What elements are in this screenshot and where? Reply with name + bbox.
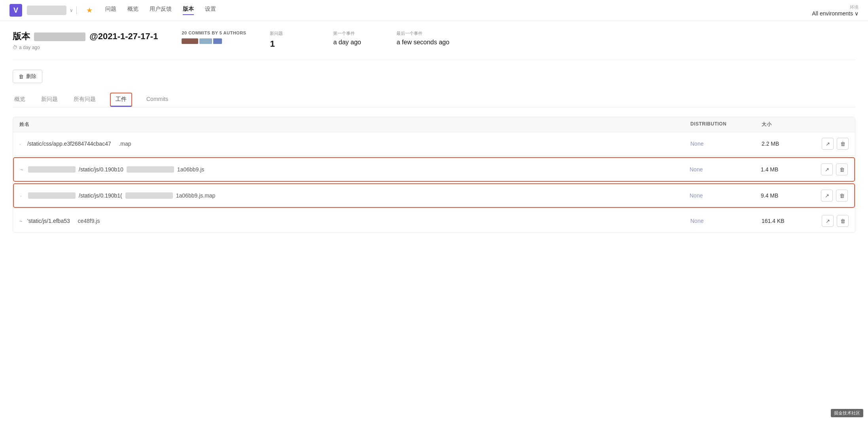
chevron-icon: ∨ [70, 8, 73, 13]
environment-selector[interactable]: 环境 All environments ∨ [812, 4, 859, 17]
first-event-value: a day ago [333, 39, 373, 46]
nav-issues[interactable]: 问题 [105, 6, 116, 15]
delete-row-button[interactable]: 🗑 [836, 190, 848, 201]
release-time: ⏱ a day ago [13, 45, 158, 50]
file-name-cell: · /static/css/app.e3f2684744cbac47 .map [19, 141, 690, 147]
new-issues-label: 新问题 [270, 30, 309, 36]
commits-block: 20 COMMITS BY 5 AUTHORS [182, 30, 246, 44]
env-label: 环境 [850, 4, 859, 10]
release-title: 版本 @2021-1-27-17-1 [13, 30, 158, 42]
tab-all-issues[interactable]: 所有问题 [72, 93, 97, 107]
file-name-cell: ~ 'static/js/1.efba53 ce48f9.js [19, 218, 690, 224]
actions-cell: ↗ 🗑 [816, 190, 848, 201]
file-name-blurred [28, 166, 76, 173]
file-name-part: /static/js/0.190b10 [79, 166, 123, 173]
last-event-value: a few seconds ago [396, 39, 449, 46]
size-cell: 2.2 MB [762, 141, 817, 147]
nav-releases[interactable]: 版本 [183, 6, 194, 15]
table-row: · /static/css/app.e3f2684744cbac47 .map … [13, 132, 855, 156]
col-name: 姓名 [19, 121, 690, 128]
delete-row-button[interactable]: 🗑 [836, 163, 848, 175]
delete-row-button[interactable]: 🗑 [837, 138, 849, 150]
file-name-blurred [28, 192, 76, 199]
nav-divider [76, 6, 77, 14]
file-name-blurred-2 [125, 192, 173, 199]
file-prefix: ~ [20, 167, 25, 173]
bar-seg-3 [213, 38, 222, 44]
size-cell: 1.4 MB [761, 166, 816, 173]
first-event-stat: 第一个事件 a day ago [333, 30, 373, 46]
logo-icon: V [9, 4, 22, 17]
release-header: 版本 @2021-1-27-17-1 ⏱ a day ago 20 COMMIT… [13, 30, 855, 60]
project-name [27, 6, 66, 15]
last-event-stat: 最后一个事件 a few seconds ago [396, 30, 449, 46]
table-row-wrapper-3: · /static/js/0.190b1( 1a06bb9.js.map Non… [13, 183, 855, 208]
actions-cell: ↗ 🗑 [817, 215, 849, 227]
file-ext: .map [114, 141, 131, 147]
file-prefix: ~ [19, 218, 24, 224]
file-ext: 1a06bb9.js.map [176, 192, 216, 199]
file-name-blurred-2 [127, 166, 174, 173]
delete-row-button[interactable]: 🗑 [837, 215, 849, 227]
chevron-down-icon: ∨ [855, 10, 859, 17]
size-cell: 9.4 MB [761, 192, 816, 199]
nav-overview[interactable]: 概览 [127, 6, 138, 15]
file-name: /static/css/app.e3f2684744cbac47 [27, 141, 111, 147]
col-distribution: DISTRIBUTION [690, 121, 762, 128]
table-row-wrapper-2: ~ /static/js/0.190b10 1a06bb9.js None 1.… [13, 157, 855, 182]
trash-icon: 🗑 [19, 74, 24, 80]
actions-cell: ↗ 🗑 [817, 138, 849, 150]
open-button[interactable]: ↗ [821, 163, 833, 175]
distribution-cell: None [690, 218, 762, 224]
file-ext: 1a06bb9.js [177, 166, 205, 173]
size-cell: 161.4 KB [762, 218, 817, 224]
file-ext: ce48f9.js [73, 218, 100, 224]
tab-new-issues[interactable]: 新问题 [40, 93, 59, 107]
tab-bar: 概览 新问题 所有问题 工件 Commits [13, 93, 855, 107]
tab-commits[interactable]: Commits [145, 93, 170, 107]
file-name-part: /static/js/0.190b1( [79, 192, 122, 199]
bar-seg-1 [182, 38, 198, 44]
first-event-label: 第一个事件 [333, 30, 373, 36]
artifact-table: 姓名 DISTRIBUTION 大小 · /static/css/app.e3f… [13, 117, 855, 233]
distribution-cell: None [690, 166, 761, 173]
file-name: 'static/js/1.efba53 [27, 218, 70, 224]
distribution-cell: None [690, 141, 762, 147]
commits-label: 20 COMMITS BY 5 AUTHORS [182, 30, 246, 35]
distribution-cell: None [690, 192, 761, 199]
file-name-cell: ~ /static/js/0.190b10 1a06bb9.js [20, 166, 690, 173]
table-row: ~ /static/js/0.190b10 1a06bb9.js None 1.… [14, 158, 854, 181]
release-title-block: 版本 @2021-1-27-17-1 ⏱ a day ago [13, 30, 158, 50]
release-hash-blurred [34, 32, 85, 41]
last-event-label: 最后一个事件 [396, 30, 449, 36]
nav-settings[interactable]: 设置 [205, 6, 216, 15]
table-row: ~ 'static/js/1.efba53 ce48f9.js None 161… [13, 209, 855, 232]
tab-overview[interactable]: 概览 [13, 93, 27, 107]
open-button[interactable]: ↗ [821, 190, 833, 201]
commits-bar [182, 38, 246, 44]
file-prefix: · [20, 193, 25, 199]
col-size: 大小 [762, 121, 817, 128]
col-actions [817, 121, 849, 128]
open-button[interactable]: ↗ [822, 215, 834, 227]
file-prefix: · [19, 141, 24, 147]
svg-text:V: V [13, 6, 18, 14]
top-nav: V ∨ ★ 问题 概览 用户反馈 版本 设置 环境 All environmen… [0, 0, 868, 21]
clock-icon: ⏱ [13, 45, 17, 50]
tab-artifacts[interactable]: 工件 [110, 93, 132, 107]
page-content: 版本 @2021-1-27-17-1 ⏱ a day ago 20 COMMIT… [0, 21, 868, 242]
new-issues-value: 1 [270, 39, 309, 49]
table-row: · /static/js/0.190b1( 1a06bb9.js.map Non… [14, 184, 854, 207]
open-button[interactable]: ↗ [822, 138, 834, 150]
nav-feedback[interactable]: 用户反馈 [150, 6, 172, 15]
delete-button[interactable]: 🗑 删除 [13, 70, 42, 83]
file-name-cell: · /static/js/0.190b1( 1a06bb9.js.map [20, 192, 690, 199]
env-value[interactable]: All environments ∨ [812, 10, 859, 17]
star-icon[interactable]: ★ [86, 6, 93, 15]
bar-seg-2 [199, 38, 212, 44]
main-nav: 问题 概览 用户反馈 版本 设置 [105, 6, 812, 15]
new-issues-stat: 新问题 1 [270, 30, 309, 49]
actions-cell: ↗ 🗑 [816, 163, 848, 175]
table-header: 姓名 DISTRIBUTION 大小 [13, 117, 855, 132]
